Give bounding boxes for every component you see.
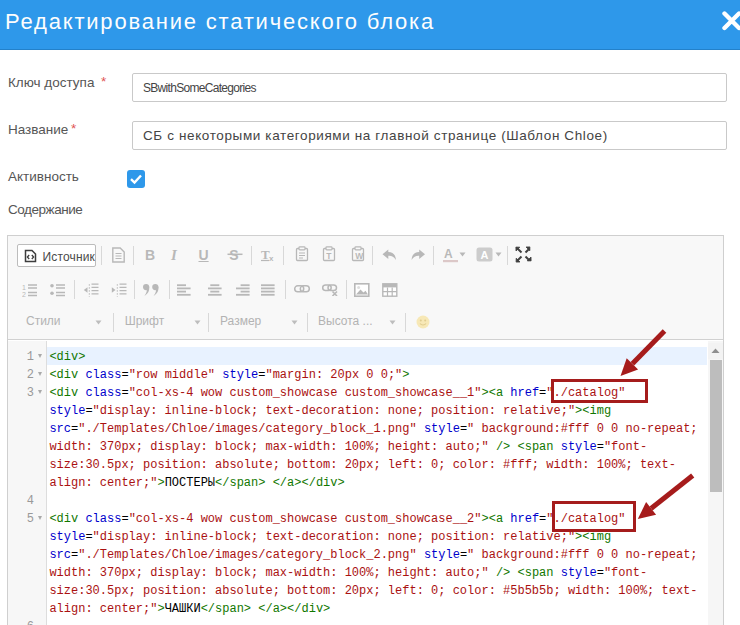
svg-text:x: x	[269, 254, 274, 263]
svg-text:A: A	[481, 249, 489, 261]
svg-text:2: 2	[22, 291, 26, 297]
svg-text:W: W	[355, 251, 364, 261]
svg-text:A: A	[444, 247, 453, 261]
svg-text:1: 1	[22, 283, 26, 290]
svg-text:T: T	[327, 251, 333, 261]
